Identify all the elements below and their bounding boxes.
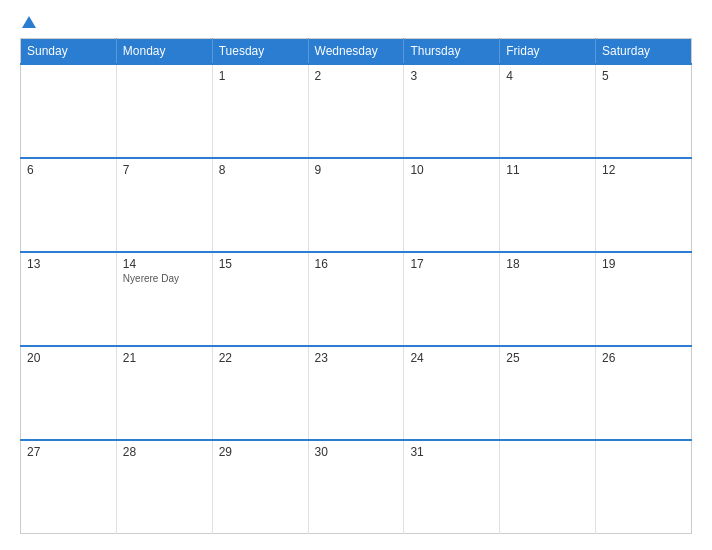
calendar-cell: 29 bbox=[212, 440, 308, 534]
calendar-cell: 3 bbox=[404, 64, 500, 158]
calendar-cell: 21 bbox=[116, 346, 212, 440]
calendar-day-header: Sunday bbox=[21, 39, 117, 65]
calendar-cell: 1 bbox=[212, 64, 308, 158]
day-number: 1 bbox=[219, 69, 302, 83]
calendar-cell bbox=[596, 440, 692, 534]
calendar-cell: 17 bbox=[404, 252, 500, 346]
calendar-cell: 16 bbox=[308, 252, 404, 346]
day-number: 13 bbox=[27, 257, 110, 271]
calendar-cell: 4 bbox=[500, 64, 596, 158]
day-number: 2 bbox=[315, 69, 398, 83]
day-number: 12 bbox=[602, 163, 685, 177]
day-number: 6 bbox=[27, 163, 110, 177]
calendar-cell: 27 bbox=[21, 440, 117, 534]
day-number: 17 bbox=[410, 257, 493, 271]
calendar-day-header: Thursday bbox=[404, 39, 500, 65]
calendar-cell: 28 bbox=[116, 440, 212, 534]
calendar-week-row: 1314Nyerere Day1516171819 bbox=[21, 252, 692, 346]
calendar-cell: 22 bbox=[212, 346, 308, 440]
day-number: 29 bbox=[219, 445, 302, 459]
calendar-cell: 7 bbox=[116, 158, 212, 252]
day-number: 30 bbox=[315, 445, 398, 459]
logo-triangle-icon bbox=[22, 16, 36, 28]
calendar-cell: 20 bbox=[21, 346, 117, 440]
calendar-week-row: 12345 bbox=[21, 64, 692, 158]
day-number: 20 bbox=[27, 351, 110, 365]
calendar-table: SundayMondayTuesdayWednesdayThursdayFrid… bbox=[20, 38, 692, 534]
calendar-day-header: Saturday bbox=[596, 39, 692, 65]
page: SundayMondayTuesdayWednesdayThursdayFrid… bbox=[0, 0, 712, 550]
calendar-day-header: Monday bbox=[116, 39, 212, 65]
calendar-week-row: 20212223242526 bbox=[21, 346, 692, 440]
day-number: 24 bbox=[410, 351, 493, 365]
calendar-cell: 6 bbox=[21, 158, 117, 252]
calendar-cell: 11 bbox=[500, 158, 596, 252]
calendar-cell: 24 bbox=[404, 346, 500, 440]
calendar-cell: 26 bbox=[596, 346, 692, 440]
calendar-cell: 10 bbox=[404, 158, 500, 252]
calendar-day-header: Tuesday bbox=[212, 39, 308, 65]
header bbox=[20, 16, 692, 28]
day-number: 28 bbox=[123, 445, 206, 459]
day-number: 14 bbox=[123, 257, 206, 271]
day-number: 19 bbox=[602, 257, 685, 271]
calendar-cell: 14Nyerere Day bbox=[116, 252, 212, 346]
day-number: 3 bbox=[410, 69, 493, 83]
calendar-cell: 9 bbox=[308, 158, 404, 252]
day-number: 5 bbox=[602, 69, 685, 83]
calendar-week-row: 6789101112 bbox=[21, 158, 692, 252]
calendar-cell: 15 bbox=[212, 252, 308, 346]
day-number: 8 bbox=[219, 163, 302, 177]
calendar-body: 1234567891011121314Nyerere Day1516171819… bbox=[21, 64, 692, 534]
calendar-week-row: 2728293031 bbox=[21, 440, 692, 534]
calendar-cell: 5 bbox=[596, 64, 692, 158]
calendar-cell bbox=[116, 64, 212, 158]
calendar-cell: 8 bbox=[212, 158, 308, 252]
day-number: 16 bbox=[315, 257, 398, 271]
day-number: 25 bbox=[506, 351, 589, 365]
day-number: 18 bbox=[506, 257, 589, 271]
calendar-cell: 30 bbox=[308, 440, 404, 534]
day-number: 4 bbox=[506, 69, 589, 83]
calendar-cell: 12 bbox=[596, 158, 692, 252]
holiday-label: Nyerere Day bbox=[123, 273, 206, 284]
day-number: 31 bbox=[410, 445, 493, 459]
day-number: 9 bbox=[315, 163, 398, 177]
calendar-cell: 25 bbox=[500, 346, 596, 440]
day-number: 10 bbox=[410, 163, 493, 177]
calendar-day-header: Friday bbox=[500, 39, 596, 65]
calendar-cell: 2 bbox=[308, 64, 404, 158]
calendar-cell: 18 bbox=[500, 252, 596, 346]
day-number: 7 bbox=[123, 163, 206, 177]
calendar-header: SundayMondayTuesdayWednesdayThursdayFrid… bbox=[21, 39, 692, 65]
calendar-cell: 13 bbox=[21, 252, 117, 346]
logo bbox=[20, 16, 36, 28]
calendar-cell: 31 bbox=[404, 440, 500, 534]
day-number: 15 bbox=[219, 257, 302, 271]
calendar-day-header: Wednesday bbox=[308, 39, 404, 65]
day-number: 26 bbox=[602, 351, 685, 365]
calendar-cell: 23 bbox=[308, 346, 404, 440]
calendar-cell bbox=[21, 64, 117, 158]
day-number: 27 bbox=[27, 445, 110, 459]
calendar-cell: 19 bbox=[596, 252, 692, 346]
day-number: 21 bbox=[123, 351, 206, 365]
day-number: 22 bbox=[219, 351, 302, 365]
calendar-cell bbox=[500, 440, 596, 534]
day-number: 23 bbox=[315, 351, 398, 365]
day-number: 11 bbox=[506, 163, 589, 177]
